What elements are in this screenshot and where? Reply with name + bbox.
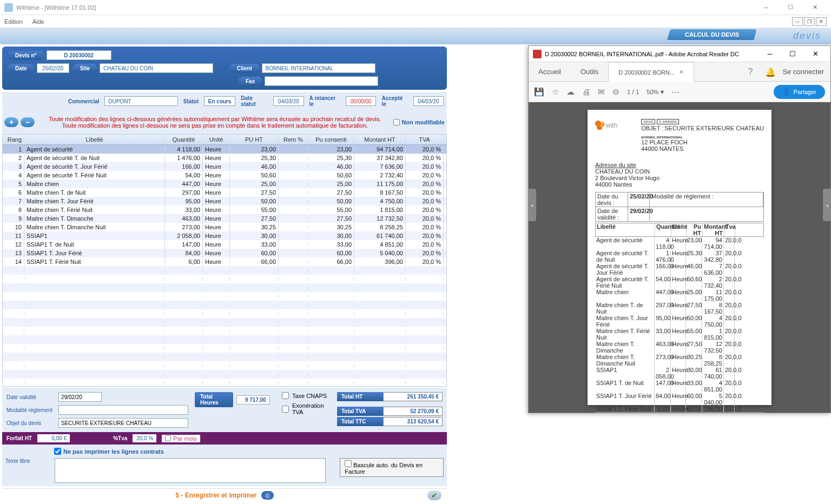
bascule-check[interactable]: Bascule auto. du Devis en Facture <box>340 458 444 477</box>
relancer-field[interactable]: 00/00/00 <box>346 96 376 106</box>
table-row[interactable] <box>3 283 446 292</box>
menu-aide[interactable]: Aide <box>32 18 44 25</box>
module-tab[interactable]: CALCUL DU DEVIS <box>667 29 756 40</box>
table-row[interactable] <box>3 327 446 335</box>
help-icon[interactable]: ? <box>748 67 757 77</box>
table-row[interactable]: 14SSIAP1 T. Férié Nuit6,00Heure66,0066,0… <box>3 257 446 266</box>
table-row[interactable]: 1Agent de sécurité4 118,00Heure23,0023,0… <box>3 145 446 154</box>
acrobat-viewport[interactable]: ▸ ◂ with DEVIS D 20030002 OBJET : SECURI… <box>529 102 830 413</box>
bell-icon[interactable]: 🔔 <box>765 67 775 77</box>
col-rem[interactable]: Rem % <box>279 135 308 144</box>
table-row[interactable] <box>3 370 446 379</box>
page-indicator[interactable]: 1 / 1 <box>627 88 639 96</box>
modalite-field[interactable] <box>58 405 188 415</box>
nonmod-checkbox[interactable]: Non modifiable <box>393 119 445 125</box>
add-row-button[interactable]: + <box>4 117 18 127</box>
col-libelle[interactable]: Libellé <box>24 135 165 144</box>
table-row[interactable]: 8Maitre chien T. Férié Nuit33,00Heure55,… <box>3 205 446 214</box>
col-unite[interactable]: Unité <box>203 135 230 144</box>
table-row[interactable] <box>3 353 446 361</box>
mdi-restore[interactable]: ❐ <box>804 17 815 26</box>
commercial-field[interactable]: DUPONT <box>104 96 177 106</box>
site-field[interactable]: CHATEAU DU COIN <box>100 63 213 73</box>
right-panel-toggle[interactable]: ◂ <box>823 189 830 221</box>
col-puconsenti[interactable]: Pu consenti <box>308 135 354 144</box>
total-heures-label: Total Heures <box>195 392 233 407</box>
tab-close-icon[interactable]: ✕ <box>679 69 684 76</box>
acrobat-close[interactable]: ✕ <box>804 47 826 62</box>
grid-body[interactable]: 1Agent de sécurité4 118,00Heure23,0023,0… <box>3 145 446 386</box>
lines-grid[interactable]: Rang Libellé Quantité Unité PU HT Rem % … <box>2 134 447 387</box>
table-row[interactable]: 10Maitre chien T. Dimanche Nuit273,00Heu… <box>3 223 446 231</box>
tva-pct-value[interactable]: 20,0 % <box>133 434 156 442</box>
table-row[interactable]: 13SSIAP1 T. Jour Férié84,00Heure60,0060,… <box>3 249 446 257</box>
col-montantht[interactable]: Montant HT <box>354 135 406 144</box>
col-puht[interactable]: PU HT <box>230 135 279 144</box>
date-validite-field[interactable] <box>58 392 102 402</box>
table-row[interactable] <box>3 335 446 344</box>
objet-field[interactable] <box>58 418 188 428</box>
signin-link[interactable]: Se connecter <box>782 68 824 76</box>
table-row[interactable]: 7Maitre chien T. Jour Férié95,00Heure50,… <box>3 197 446 205</box>
zoom-select[interactable]: 50% ▾ <box>647 88 664 96</box>
table-row[interactable] <box>3 361 446 370</box>
devis-no-field[interactable]: D 20030002 <box>47 50 111 60</box>
acrobat-minimize[interactable]: ─ <box>759 47 781 62</box>
forfait-value[interactable]: 0,00 € <box>37 434 70 442</box>
table-row[interactable] <box>3 266 446 275</box>
left-panel-toggle[interactable]: ▸ <box>529 189 536 221</box>
table-row[interactable]: 2Agent de sécurité T. de Nuit1 476,00Heu… <box>3 154 446 162</box>
tab-outils[interactable]: Outils <box>571 62 608 81</box>
table-row[interactable]: 6Maitre chien T. de Nuit297,00Heure27,50… <box>3 188 446 197</box>
table-row[interactable] <box>3 379 446 386</box>
table-row[interactable]: 11SSIAP12 058,00Heure30,0030,0061 740,00… <box>3 231 446 240</box>
fax-field[interactable] <box>265 76 378 86</box>
texte-libre-input[interactable] <box>55 458 326 483</box>
noprint-check[interactable]: Ne pas imprimer les lignes contrats <box>54 448 444 455</box>
col-quantite[interactable]: Quantité <box>165 135 203 144</box>
acrobat-maximize[interactable]: ☐ <box>782 47 803 62</box>
close-button[interactable]: ✕ <box>803 1 827 15</box>
maximize-button[interactable]: ☐ <box>779 1 802 15</box>
star-icon[interactable]: ☆ <box>552 87 559 97</box>
col-tva[interactable]: TVA <box>406 135 444 144</box>
accepte-field[interactable]: 04/03/20 <box>413 96 444 106</box>
table-row[interactable] <box>3 292 446 301</box>
table-row[interactable] <box>3 344 446 353</box>
table-row[interactable]: 4Agent de sécurité T. Férié Nuit54,00Heu… <box>3 171 446 180</box>
table-row[interactable]: 12SSIAP1 T. de Nuit147,00Heure33,0033,00… <box>3 240 446 249</box>
cloud-icon[interactable]: ☁ <box>566 87 575 97</box>
validate-button[interactable]: ✔ <box>427 490 441 500</box>
table-row[interactable] <box>3 318 446 327</box>
print-icon[interactable]: 🖨 <box>582 87 590 96</box>
table-row[interactable] <box>3 309 446 318</box>
col-rang[interactable]: Rang <box>3 135 24 144</box>
date-statut-field[interactable]: 04/03/20 <box>273 96 304 106</box>
print-icon[interactable]: ⎙ <box>261 491 274 500</box>
nonmod-input[interactable] <box>393 119 400 125</box>
table-row[interactable]: 5Maitre chien447,00Heure25,0025,0011 175… <box>3 180 446 188</box>
table-row[interactable] <box>3 275 446 283</box>
table-row[interactable]: 3Agent de sécurité T. Jour Férié166,00He… <box>3 162 446 171</box>
mail-icon[interactable]: ✉ <box>598 87 605 97</box>
taxe-cnaps-check[interactable]: Taxe CNAPS <box>282 392 331 399</box>
save-icon[interactable]: 💾 <box>534 87 544 97</box>
delete-row-button[interactable]: − <box>21 117 35 127</box>
zoom-out-icon[interactable]: ⊖ <box>612 87 619 97</box>
table-row[interactable] <box>3 301 446 309</box>
table-row[interactable]: 9Maitre chien T. Dimanche463,00Heure27,5… <box>3 214 446 223</box>
acrobat-window[interactable]: D 20030002 BORNEIL INTERNATIONAL.pdf - A… <box>528 45 831 413</box>
menu-edition[interactable]: Édition <box>4 18 23 25</box>
par-mois-check[interactable]: Par mois <box>162 435 200 442</box>
mdi-close[interactable]: ✕ <box>816 17 827 26</box>
mdi-minimize[interactable]: ─ <box>792 17 803 26</box>
tab-accueil[interactable]: Accueil <box>529 62 571 81</box>
tab-document[interactable]: D 20030002 BORN...✕ <box>608 62 694 82</box>
more-icon[interactable]: ⋯ <box>671 87 680 97</box>
share-button[interactable]: 👤 Partager <box>774 85 825 99</box>
minimize-button[interactable]: ─ <box>754 1 778 15</box>
statut-field[interactable]: En cours <box>204 96 235 106</box>
exo-tva-check[interactable]: Exonération TVA <box>282 402 331 415</box>
date-field[interactable]: 25/02/20 <box>37 63 69 73</box>
client-field[interactable]: BORNEIL INTERNATIONAL <box>262 63 375 73</box>
